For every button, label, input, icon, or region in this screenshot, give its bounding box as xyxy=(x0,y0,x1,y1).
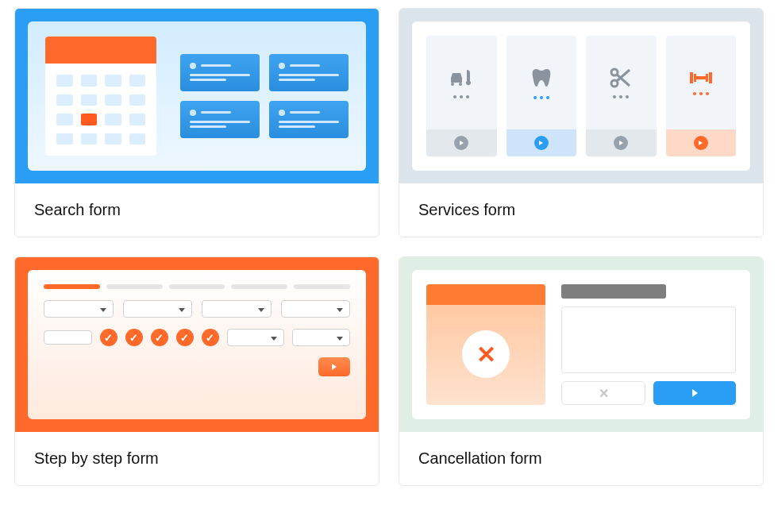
cancel-button: ✕ xyxy=(561,381,645,405)
select-field xyxy=(44,300,114,318)
svg-rect-8 xyxy=(709,72,712,83)
chevron-right-icon xyxy=(332,364,337,370)
step-preview-inner: ✓ ✓ ✓ ✓ ✓ xyxy=(28,270,366,419)
tooth-icon xyxy=(530,66,553,90)
confirm-button xyxy=(653,381,736,405)
chevron-right-icon xyxy=(692,389,698,397)
search-results-grid xyxy=(180,54,349,138)
form-heading-placeholder xyxy=(561,284,666,299)
card-title: Step by step form xyxy=(15,432,379,485)
svg-rect-4 xyxy=(690,72,693,83)
check-icon: ✓ xyxy=(100,329,117,346)
select-field xyxy=(227,329,285,346)
services-preview-inner xyxy=(412,21,750,171)
card-services-form[interactable]: Services form xyxy=(399,8,764,237)
template-grid: Search form xyxy=(0,0,778,494)
check-icon: ✓ xyxy=(202,329,219,346)
cancel-preview: ✕ ✕ xyxy=(399,257,763,432)
select-field xyxy=(292,329,350,346)
scissors-icon xyxy=(609,67,633,89)
car-wrench-icon xyxy=(448,67,475,89)
svg-rect-7 xyxy=(706,74,708,82)
svg-rect-5 xyxy=(694,74,696,82)
progress-bar xyxy=(44,284,350,289)
card-cancellation-form[interactable]: ✕ ✕ Cancellation form xyxy=(399,256,764,486)
select-field xyxy=(281,300,351,318)
select-field xyxy=(123,300,193,318)
service-item-dumbbell xyxy=(666,36,737,156)
svg-rect-6 xyxy=(696,76,706,79)
cancel-preview-inner: ✕ ✕ xyxy=(412,270,750,419)
search-preview xyxy=(15,9,379,183)
check-icon: ✓ xyxy=(176,329,194,346)
services-preview xyxy=(399,9,763,183)
search-result-card xyxy=(180,54,260,91)
card-search-form[interactable]: Search form xyxy=(14,8,379,237)
service-item-tooth xyxy=(506,36,577,156)
chevron-right-icon xyxy=(534,136,549,150)
cancel-panel: ✕ xyxy=(426,284,545,405)
calendar-icon xyxy=(45,37,156,156)
action-row: ✕ xyxy=(561,381,736,405)
svg-point-1 xyxy=(611,80,618,87)
card-title: Cancellation form xyxy=(399,432,763,485)
search-result-card xyxy=(269,54,349,91)
card-step-form[interactable]: ✓ ✓ ✓ ✓ ✓ Step by step form xyxy=(14,256,379,486)
card-title: Search form xyxy=(15,183,379,237)
close-icon: ✕ xyxy=(599,386,609,401)
clock-icon xyxy=(190,110,196,116)
chevron-right-icon xyxy=(694,136,708,150)
cancel-form-fields: ✕ xyxy=(561,284,736,405)
text-field xyxy=(44,330,92,345)
clock-icon xyxy=(279,110,285,116)
next-button xyxy=(318,357,350,376)
svg-point-0 xyxy=(611,69,618,75)
dumbbell-icon xyxy=(687,70,714,86)
service-item-car xyxy=(426,36,497,156)
clock-icon xyxy=(190,63,196,69)
check-icon: ✓ xyxy=(151,329,168,346)
step-preview: ✓ ✓ ✓ ✓ ✓ xyxy=(15,257,379,432)
service-item-scissors xyxy=(586,36,657,156)
search-result-card xyxy=(180,101,260,138)
card-title: Services form xyxy=(399,183,763,237)
clock-icon xyxy=(279,63,285,69)
reason-textarea xyxy=(561,306,736,373)
check-icon: ✓ xyxy=(125,329,143,346)
search-preview-inner xyxy=(28,21,366,171)
search-result-card xyxy=(269,101,349,138)
options-row: ✓ ✓ ✓ ✓ ✓ xyxy=(44,329,350,346)
select-field xyxy=(202,300,272,318)
close-icon: ✕ xyxy=(462,330,510,378)
chevron-right-icon xyxy=(454,136,468,150)
select-row xyxy=(44,300,350,318)
chevron-right-icon xyxy=(614,136,628,150)
